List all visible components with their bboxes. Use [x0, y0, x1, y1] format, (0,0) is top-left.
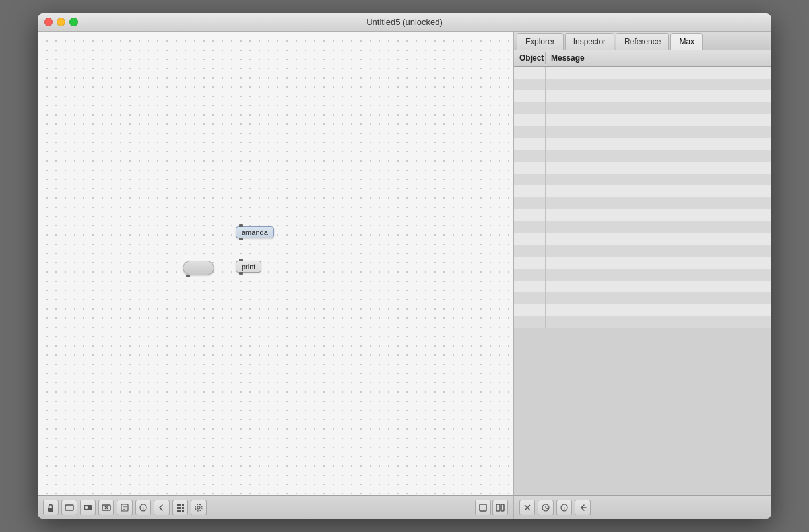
col-header-message: Message: [546, 52, 771, 64]
table-row: [514, 269, 771, 281]
cell-message: [546, 162, 771, 174]
lock-button[interactable]: [43, 500, 59, 515]
bang-outlet: [186, 275, 190, 277]
svg-rect-21: [177, 510, 179, 512]
cell-object: [514, 150, 546, 162]
cell-object: [514, 316, 546, 328]
cell-message: [546, 233, 771, 245]
cell-object: [514, 281, 546, 292]
table-row: [514, 245, 771, 257]
cell-object: [514, 162, 546, 174]
cell-message: [546, 67, 771, 79]
maximize-button[interactable]: [69, 18, 78, 26]
table-row: [514, 67, 771, 79]
cell-object: [514, 304, 546, 316]
table-row: [514, 257, 771, 269]
node-print[interactable]: print: [236, 261, 261, 273]
cell-message: [546, 102, 771, 114]
settings-button[interactable]: [191, 500, 207, 515]
node-amanda[interactable]: amanda: [236, 226, 274, 238]
cell-message: [546, 221, 771, 233]
svg-rect-23: [182, 510, 184, 512]
table-row: [514, 197, 771, 209]
svg-rect-20: [182, 507, 184, 509]
delete-icon: [102, 503, 111, 512]
split-view-button[interactable]: [492, 500, 508, 515]
info-button[interactable]: i: [135, 500, 151, 515]
print-inlet: [239, 259, 243, 261]
cell-object: [514, 114, 546, 126]
svg-rect-19: [179, 507, 181, 509]
svg-rect-27: [496, 504, 500, 511]
close-button[interactable]: [44, 18, 53, 26]
cell-object: [514, 292, 546, 304]
edit-button[interactable]: [80, 500, 96, 515]
cell-object: [514, 90, 546, 102]
minimize-button[interactable]: [57, 18, 65, 26]
cell-message: [546, 304, 771, 316]
tab-max[interactable]: Max: [670, 33, 703, 50]
cell-object: [514, 257, 546, 269]
table-row: [514, 114, 771, 126]
settings-icon: [194, 503, 203, 512]
table-row: [514, 162, 771, 174]
console-back-button[interactable]: [575, 500, 591, 515]
cell-message: [546, 79, 771, 90]
close-console-button[interactable]: [519, 500, 535, 515]
amanda-outlet: [239, 238, 243, 240]
edit-icon: [83, 503, 92, 512]
console-info-button[interactable]: i: [556, 500, 572, 515]
cell-object: [514, 233, 546, 245]
window-title: Untitled5 (unlocked): [366, 17, 443, 27]
svg-point-24: [197, 506, 200, 509]
tab-reference[interactable]: Reference: [616, 33, 669, 50]
amanda-label: amanda: [242, 228, 268, 236]
table-row: [514, 304, 771, 316]
cell-object: [514, 79, 546, 90]
main-content: amanda print Explorer Inspector: [38, 32, 771, 495]
delete-button[interactable]: [98, 500, 114, 515]
svg-rect-17: [182, 504, 184, 506]
right-panel: Explorer Inspector Reference Max Object: [514, 32, 771, 495]
back-button[interactable]: [154, 500, 170, 515]
cell-message: [546, 90, 771, 102]
cell-message: [546, 150, 771, 162]
tab-explorer[interactable]: Explorer: [517, 33, 564, 50]
cell-message: [546, 138, 771, 150]
toolbar-left: i: [38, 495, 514, 519]
svg-rect-3: [65, 505, 73, 510]
table-row: [514, 209, 771, 221]
toolbar-right: i: [514, 495, 771, 519]
cell-message: [546, 197, 771, 209]
single-view-button[interactable]: [475, 500, 491, 515]
cell-object: [514, 102, 546, 114]
grid-button[interactable]: [172, 500, 188, 515]
cell-object: [514, 197, 546, 209]
back-icon: [157, 503, 166, 512]
cell-object: [514, 67, 546, 79]
svg-rect-18: [177, 507, 179, 509]
info2-icon: i: [560, 503, 569, 512]
cell-object: [514, 185, 546, 197]
cell-message: [546, 281, 771, 292]
table-row: [514, 150, 771, 162]
svg-rect-2: [48, 508, 53, 512]
cell-message: [546, 209, 771, 221]
table-row: [514, 79, 771, 90]
clock-icon: [541, 503, 550, 512]
cell-message: [546, 114, 771, 126]
svg-text:i: i: [564, 506, 565, 512]
cell-object: [514, 245, 546, 257]
svg-text:i: i: [143, 506, 144, 512]
inspector-icon: [120, 503, 129, 512]
tab-inspector[interactable]: Inspector: [565, 33, 614, 50]
lock-icon: [46, 503, 55, 512]
inspector-button[interactable]: [117, 500, 133, 515]
new-object-button[interactable]: [61, 500, 77, 515]
grid-icon: [176, 503, 185, 512]
history-button[interactable]: [538, 500, 554, 515]
cell-object: [514, 174, 546, 185]
canvas-area[interactable]: amanda print: [38, 32, 514, 495]
svg-rect-28: [501, 504, 504, 511]
node-bang[interactable]: [183, 261, 214, 275]
